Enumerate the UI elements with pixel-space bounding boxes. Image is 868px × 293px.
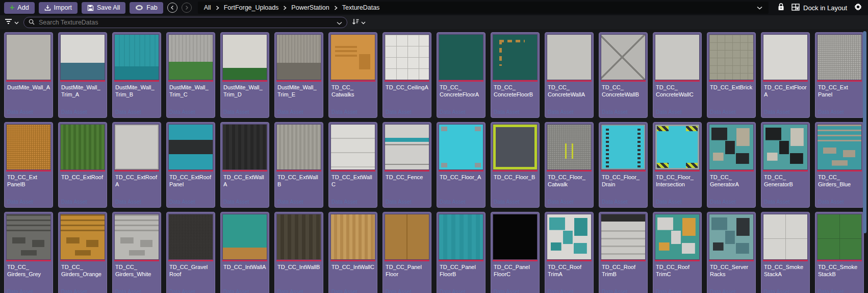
asset-tile[interactable]: TD_CC_IntWallC Data Asset [328, 212, 377, 293]
asset-tile[interactable]: TD_CC_PanelFloorC Data Asset [491, 212, 540, 293]
asset-tile[interactable]: TD_CC_RoofTrimB Data Asset [599, 212, 648, 293]
asset-tile[interactable]: DustMite_Wall_Trim_E Data Asset [274, 32, 323, 118]
save-icon [87, 5, 94, 11]
asset-tile[interactable]: TD_CC_ExtRoofPanel Data Asset [166, 122, 215, 208]
asset-type-label: Data Asset [655, 288, 700, 293]
asset-tile[interactable]: TD_CC_Girders_Grey Data Asset [4, 212, 53, 293]
back-button[interactable] [167, 3, 177, 13]
vertical-scrollbar[interactable] [863, 31, 866, 233]
asset-name: TD_CC_Girders_Orange [60, 261, 105, 288]
asset-name: TD_CC_Floor_Drain [601, 172, 646, 199]
asset-tile[interactable]: TD_CC_GravelRoof Data Asset [166, 212, 215, 293]
asset-thumbnail [601, 214, 646, 260]
asset-type-label: Data Asset [709, 109, 754, 116]
asset-tile[interactable]: TD_CC_ServerRacks Data Asset [707, 212, 756, 293]
breadcrumb-item-powerstation[interactable]: PowerStation [291, 4, 329, 11]
asset-name: TD_CC_Girders_Grey [6, 261, 51, 288]
asset-type-label: Data Asset [439, 199, 483, 206]
asset-type-label: Data Asset [547, 199, 592, 206]
asset-tile[interactable]: TD_CC_ConcreteFloorA Data Asset [437, 32, 486, 118]
asset-thumbnail [6, 214, 51, 260]
asset-tile[interactable]: DustMite_Wall_A Data Asset [4, 32, 53, 118]
asset-tile[interactable]: TD_CC_PanelFloorB Data Asset [437, 212, 486, 293]
asset-tile[interactable]: TD_CC_Floor_B Data Asset [491, 122, 540, 208]
asset-tile[interactable]: TD_CC_Fence Data Asset [382, 122, 431, 208]
asset-tile[interactable]: DustMite_Wall_Trim_A Data Asset [58, 32, 107, 118]
search-input[interactable] [38, 18, 334, 27]
asset-name: DustMite_Wall_Trim_D [222, 82, 267, 109]
asset-tile[interactable]: TD_CC_IntWallA Data Asset [220, 212, 269, 293]
asset-tile[interactable]: TD_CC_ExtRoofA Data Asset [112, 122, 161, 208]
asset-tile[interactable]: TD_CC_ExtWallA Data Asset [220, 122, 269, 208]
plus-icon: + [10, 4, 14, 12]
path-dropdown-chevron-icon[interactable] [757, 6, 762, 10]
fab-icon [135, 5, 143, 11]
asset-tile[interactable]: TD_CC_ExtFloorA Data Asset [761, 32, 810, 118]
asset-tile[interactable]: TD_CC_GeneratorB Data Asset [761, 122, 810, 208]
asset-tile[interactable]: DustMite_Wall_Trim_C Data Asset [166, 32, 215, 118]
asset-tile[interactable]: TD_CC_CeilingA Data Asset [382, 32, 431, 118]
asset-tile[interactable]: TD_CC_Floor_A Data Asset [437, 122, 486, 208]
asset-tile[interactable]: TD_CC_ConcreteWallA Data Asset [545, 32, 594, 118]
asset-tile[interactable]: TD_CC_PanelFloor Data Asset [382, 212, 431, 293]
asset-type-label: Data Asset [655, 109, 700, 116]
search-dropdown-chevron-icon[interactable] [337, 18, 342, 27]
forward-button[interactable] [182, 3, 192, 13]
asset-tile[interactable]: TD_CC_ExtPanel Data Asset [815, 32, 864, 118]
asset-tile[interactable]: TD_CC_Catwalks Data Asset [328, 32, 377, 118]
asset-tile[interactable]: TD_CC_ExtRoof Data Asset [58, 122, 107, 208]
asset-name: TD_CC_ExtWallB [276, 172, 321, 199]
asset-name: TD_CC_ExtWallC [330, 172, 375, 199]
lock-button[interactable] [778, 3, 784, 12]
save-all-button[interactable]: Save All [82, 2, 125, 14]
asset-thumbnail [222, 214, 267, 260]
chevron-down-icon [361, 18, 366, 26]
asset-tile[interactable]: TD_CC_Floor_Drain Data Asset [599, 122, 648, 208]
asset-tile[interactable]: TD_CC_RoofTrimA Data Asset [545, 212, 594, 293]
fab-button[interactable]: Fab [130, 2, 163, 14]
breadcrumb-item-fortforge-uploads[interactable]: FortForge_Uploads [224, 4, 279, 11]
asset-type-label: Data Asset [330, 109, 375, 116]
asset-thumbnail [168, 124, 213, 170]
asset-thumbnail [709, 214, 754, 260]
asset-type-label: Data Asset [493, 109, 538, 116]
filters-button[interactable] [5, 18, 19, 26]
add-button[interactable]: + Add [4, 2, 35, 14]
asset-thumbnail [601, 34, 646, 80]
asset-tile[interactable]: TD_CC_Girders_White Data Asset [112, 212, 161, 293]
asset-tile[interactable]: TD_CC_ConcreteFloorB Data Asset [491, 32, 540, 118]
asset-tile[interactable]: TD_CC_RoofTrimC Data Asset [653, 212, 702, 293]
asset-tile[interactable]: TD_CC_IntWallB Data Asset [274, 212, 323, 293]
asset-name: TD_CC_RoofTrimB [601, 261, 646, 288]
asset-tile[interactable]: TD_CC_ConcreteWallB Data Asset [599, 32, 648, 118]
asset-tile[interactable]: TD_CC_Girders_Blue Data Asset [815, 122, 864, 208]
asset-name: DustMite_Wall_A [6, 82, 51, 109]
asset-name: TD_CC_Catwalks [330, 82, 375, 109]
asset-type-label: Data Asset [385, 199, 429, 206]
settings-button[interactable] [854, 3, 862, 12]
asset-thumbnail [709, 124, 754, 170]
filter-funnel-icon [5, 18, 12, 26]
asset-tile[interactable]: TD_CC_ExtWallC Data Asset [328, 122, 377, 208]
asset-type-label: Data Asset [330, 199, 375, 206]
asset-thumbnail [547, 214, 592, 260]
asset-tile[interactable]: TD_CC_ExtBrick Data Asset [707, 32, 756, 118]
asset-tile[interactable]: TD_CC_Floor_Catwalk Data Asset [545, 122, 594, 208]
asset-tile[interactable]: DustMite_Wall_Trim_D Data Asset [220, 32, 269, 118]
asset-tile[interactable]: TD_CC_SmokeStackA Data Asset [761, 212, 810, 293]
asset-tile[interactable]: TD_CC_GeneratorA Data Asset [707, 122, 756, 208]
asset-tile[interactable]: TD_CC_Floor_Intersection Data Asset [653, 122, 702, 208]
asset-tile[interactable]: TD_CC_ExtPanelB Data Asset [4, 122, 53, 208]
asset-tile[interactable]: TD_CC_ExtWallB Data Asset [274, 122, 323, 208]
asset-tile[interactable]: DustMite_Wall_Trim_B Data Asset [112, 32, 161, 118]
import-button-label: Import [54, 4, 72, 11]
import-button[interactable]: Import [39, 2, 78, 14]
dock-in-layout-button[interactable]: Dock in Layout [792, 4, 847, 12]
sort-button[interactable] [352, 18, 366, 27]
asset-tile[interactable]: TD_CC_SmokeStackB Data Asset [815, 212, 864, 293]
asset-tile[interactable]: TD_CC_ConcreteWallC Data Asset [653, 32, 702, 118]
asset-name: TD_CC_IntWallC [330, 261, 375, 288]
asset-tile[interactable]: TD_CC_Girders_Orange Data Asset [58, 212, 107, 293]
breadcrumb-item-texturedatas[interactable]: TextureDatas [342, 4, 380, 11]
breadcrumb-item-all[interactable]: All [204, 4, 211, 11]
